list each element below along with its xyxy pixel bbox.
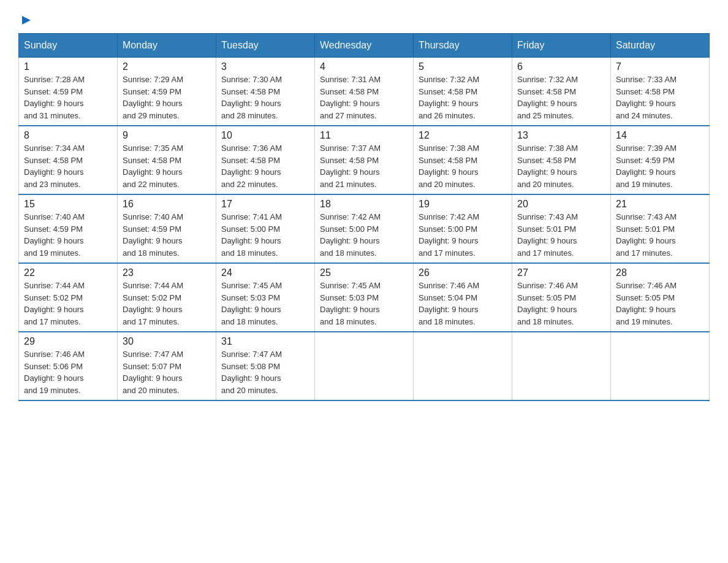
- day-number: 26: [419, 267, 507, 278]
- calendar-cell: 1Sunrise: 7:28 AMSunset: 4:59 PMDaylight…: [19, 58, 118, 126]
- day-info: Sunrise: 7:46 AMSunset: 5:06 PMDaylight:…: [24, 348, 112, 396]
- week-row-1: 1Sunrise: 7:28 AMSunset: 4:59 PMDaylight…: [19, 58, 710, 126]
- weekday-header-tuesday: Tuesday: [216, 34, 315, 58]
- calendar-cell: 22Sunrise: 7:44 AMSunset: 5:02 PMDayligh…: [19, 263, 118, 332]
- day-number: 1: [24, 61, 112, 72]
- calendar-cell: 3Sunrise: 7:30 AMSunset: 4:58 PMDaylight…: [216, 58, 315, 126]
- day-info: Sunrise: 7:43 AMSunset: 5:01 PMDaylight:…: [517, 211, 605, 259]
- calendar-cell: 24Sunrise: 7:45 AMSunset: 5:03 PMDayligh…: [216, 263, 315, 332]
- calendar-cell: 19Sunrise: 7:42 AMSunset: 5:00 PMDayligh…: [414, 194, 512, 263]
- day-info: Sunrise: 7:42 AMSunset: 5:00 PMDaylight:…: [320, 211, 408, 259]
- day-number: 16: [123, 199, 211, 210]
- calendar-cell: 4Sunrise: 7:31 AMSunset: 4:58 PMDaylight…: [315, 58, 414, 126]
- day-info: Sunrise: 7:34 AMSunset: 4:58 PMDaylight:…: [24, 142, 112, 190]
- day-info: Sunrise: 7:32 AMSunset: 4:58 PMDaylight:…: [419, 74, 507, 121]
- calendar-cell: 15Sunrise: 7:40 AMSunset: 4:59 PMDayligh…: [19, 194, 118, 263]
- day-number: 28: [616, 267, 704, 278]
- day-info: Sunrise: 7:38 AMSunset: 4:58 PMDaylight:…: [517, 142, 605, 190]
- day-info: Sunrise: 7:45 AMSunset: 5:03 PMDaylight:…: [320, 280, 408, 327]
- weekday-header-thursday: Thursday: [414, 34, 512, 58]
- calendar-cell: 30Sunrise: 7:47 AMSunset: 5:07 PMDayligh…: [118, 332, 216, 400]
- day-number: 23: [123, 267, 211, 278]
- day-number: 30: [123, 336, 211, 347]
- calendar-cell: 21Sunrise: 7:43 AMSunset: 5:01 PMDayligh…: [611, 194, 710, 263]
- day-number: 4: [320, 61, 408, 72]
- weekday-header-saturday: Saturday: [611, 34, 710, 58]
- day-info: Sunrise: 7:43 AMSunset: 5:01 PMDaylight:…: [616, 211, 704, 259]
- weekday-header-row: SundayMondayTuesdayWednesdayThursdayFrid…: [19, 34, 710, 58]
- day-info: Sunrise: 7:40 AMSunset: 4:59 PMDaylight:…: [24, 211, 112, 259]
- day-info: Sunrise: 7:42 AMSunset: 5:00 PMDaylight:…: [419, 211, 507, 259]
- logo: [18, 12, 33, 27]
- calendar-cell: 14Sunrise: 7:39 AMSunset: 4:59 PMDayligh…: [611, 126, 710, 194]
- calendar-cell: 27Sunrise: 7:46 AMSunset: 5:05 PMDayligh…: [512, 263, 611, 332]
- day-info: Sunrise: 7:36 AMSunset: 4:58 PMDaylight:…: [221, 142, 309, 190]
- day-number: 7: [616, 61, 704, 72]
- weekday-header-friday: Friday: [512, 34, 611, 58]
- day-info: Sunrise: 7:38 AMSunset: 4:58 PMDaylight:…: [419, 142, 507, 190]
- week-row-4: 22Sunrise: 7:44 AMSunset: 5:02 PMDayligh…: [19, 263, 710, 332]
- day-number: 2: [123, 61, 211, 72]
- day-number: 13: [517, 130, 605, 141]
- day-number: 27: [517, 267, 605, 278]
- day-info: Sunrise: 7:44 AMSunset: 5:02 PMDaylight:…: [123, 280, 211, 327]
- day-info: Sunrise: 7:45 AMSunset: 5:03 PMDaylight:…: [221, 280, 309, 327]
- day-info: Sunrise: 7:41 AMSunset: 5:00 PMDaylight:…: [221, 211, 309, 259]
- header: [18, 12, 710, 27]
- day-number: 6: [517, 61, 605, 72]
- day-number: 9: [123, 130, 211, 141]
- calendar-cell: 12Sunrise: 7:38 AMSunset: 4:58 PMDayligh…: [414, 126, 512, 194]
- calendar-cell: 31Sunrise: 7:47 AMSunset: 5:08 PMDayligh…: [216, 332, 315, 400]
- calendar-cell: 13Sunrise: 7:38 AMSunset: 4:58 PMDayligh…: [512, 126, 611, 194]
- weekday-header-monday: Monday: [118, 34, 216, 58]
- calendar-cell: [315, 332, 414, 400]
- calendar-cell: 10Sunrise: 7:36 AMSunset: 4:58 PMDayligh…: [216, 126, 315, 194]
- day-info: Sunrise: 7:33 AMSunset: 4:58 PMDaylight:…: [616, 74, 704, 121]
- day-info: Sunrise: 7:47 AMSunset: 5:07 PMDaylight:…: [123, 348, 211, 396]
- calendar-cell: [414, 332, 512, 400]
- calendar-cell: [611, 332, 710, 400]
- day-number: 19: [419, 199, 507, 210]
- day-number: 22: [24, 267, 112, 278]
- day-info: Sunrise: 7:46 AMSunset: 5:05 PMDaylight:…: [616, 280, 704, 327]
- day-info: Sunrise: 7:40 AMSunset: 4:59 PMDaylight:…: [123, 211, 211, 259]
- calendar-cell: 5Sunrise: 7:32 AMSunset: 4:58 PMDaylight…: [414, 58, 512, 126]
- day-number: 18: [320, 199, 408, 210]
- day-number: 15: [24, 199, 112, 210]
- logo-triangle-icon: [20, 13, 33, 27]
- calendar-cell: 11Sunrise: 7:37 AMSunset: 4:58 PMDayligh…: [315, 126, 414, 194]
- calendar-cell: 7Sunrise: 7:33 AMSunset: 4:58 PMDaylight…: [611, 58, 710, 126]
- day-info: Sunrise: 7:46 AMSunset: 5:05 PMDaylight:…: [517, 280, 605, 327]
- weekday-header-sunday: Sunday: [19, 34, 118, 58]
- calendar-cell: 25Sunrise: 7:45 AMSunset: 5:03 PMDayligh…: [315, 263, 414, 332]
- day-info: Sunrise: 7:47 AMSunset: 5:08 PMDaylight:…: [221, 348, 309, 396]
- day-number: 10: [221, 130, 309, 141]
- day-number: 8: [24, 130, 112, 141]
- calendar-cell: 9Sunrise: 7:35 AMSunset: 4:58 PMDaylight…: [118, 126, 216, 194]
- calendar-cell: 18Sunrise: 7:42 AMSunset: 5:00 PMDayligh…: [315, 194, 414, 263]
- day-number: 31: [221, 336, 309, 347]
- day-number: 11: [320, 130, 408, 141]
- day-info: Sunrise: 7:31 AMSunset: 4:58 PMDaylight:…: [320, 74, 408, 121]
- day-number: 14: [616, 130, 704, 141]
- day-number: 20: [517, 199, 605, 210]
- calendar-cell: 6Sunrise: 7:32 AMSunset: 4:58 PMDaylight…: [512, 58, 611, 126]
- day-number: 3: [221, 61, 309, 72]
- calendar-cell: 28Sunrise: 7:46 AMSunset: 5:05 PMDayligh…: [611, 263, 710, 332]
- day-number: 5: [419, 61, 507, 72]
- calendar-cell: 2Sunrise: 7:29 AMSunset: 4:59 PMDaylight…: [118, 58, 216, 126]
- day-number: 21: [616, 199, 704, 210]
- calendar-cell: [512, 332, 611, 400]
- calendar-cell: 29Sunrise: 7:46 AMSunset: 5:06 PMDayligh…: [19, 332, 118, 400]
- svg-marker-0: [22, 16, 31, 25]
- day-info: Sunrise: 7:44 AMSunset: 5:02 PMDaylight:…: [24, 280, 112, 327]
- day-info: Sunrise: 7:30 AMSunset: 4:58 PMDaylight:…: [221, 74, 309, 121]
- calendar-cell: 16Sunrise: 7:40 AMSunset: 4:59 PMDayligh…: [118, 194, 216, 263]
- weekday-header-wednesday: Wednesday: [315, 34, 414, 58]
- week-row-5: 29Sunrise: 7:46 AMSunset: 5:06 PMDayligh…: [19, 332, 710, 400]
- day-info: Sunrise: 7:35 AMSunset: 4:58 PMDaylight:…: [123, 142, 211, 190]
- calendar-cell: 23Sunrise: 7:44 AMSunset: 5:02 PMDayligh…: [118, 263, 216, 332]
- day-number: 17: [221, 199, 309, 210]
- day-info: Sunrise: 7:39 AMSunset: 4:59 PMDaylight:…: [616, 142, 704, 190]
- calendar-cell: 20Sunrise: 7:43 AMSunset: 5:01 PMDayligh…: [512, 194, 611, 263]
